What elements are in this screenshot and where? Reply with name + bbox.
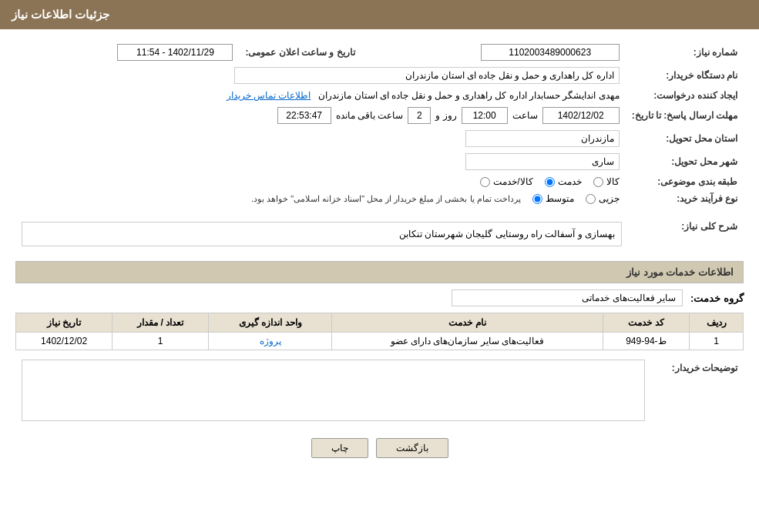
notes-value xyxy=(15,356,651,427)
purchase-motavaset-radio[interactable] xyxy=(532,194,542,204)
purchase-motavaset-label: متوسط xyxy=(546,193,574,204)
deadline-remaining-label: ساعت باقی مانده xyxy=(336,110,404,121)
description-box: بهسازی و آسفالت راه روستایی گلیجان شهرست… xyxy=(22,222,622,246)
category-kala-khedmat-radio[interactable] xyxy=(480,177,490,187)
category-khedmat-label: خدمت xyxy=(558,176,582,187)
services-section-header: اطلاعات خدمات مورد نیاز xyxy=(15,261,744,283)
row-city: شهر محل تحویل: ساری xyxy=(15,150,744,173)
city-value: ساری xyxy=(15,150,626,173)
requester-text: مهدی اندایشگر حسابدار اداره کل راهداری و… xyxy=(318,90,619,101)
services-table-header-row: ردیف کد خدمت نام خدمت واحد اندازه گیری ت… xyxy=(16,313,744,333)
province-box: مازندران xyxy=(465,130,620,147)
notes-label: توضیحات خریدار: xyxy=(651,356,744,427)
contact-link[interactable]: اطلاعات تماس خریدار xyxy=(227,90,311,101)
deadline-days-label: روز و xyxy=(435,110,456,121)
cell-unit: پروژه xyxy=(209,333,332,350)
deadline-time-label: ساعت xyxy=(512,110,538,121)
deadline-date-box: 1402/12/02 xyxy=(542,107,620,124)
page-wrapper: جزئیات اطلاعات نیاز شماره نیاز: 11020034… xyxy=(0,0,759,532)
cell-name: فعالیت‌های سایر سازمان‌های دارای عضو xyxy=(332,333,603,350)
requester-value: مهدی اندایشگر حسابدار اداره کل راهداری و… xyxy=(15,87,626,104)
org-name-box: اداره کل راهداری و حمل و نقل جاده ای است… xyxy=(234,67,620,84)
category-radios: کالا خدمت کالا/خدمت xyxy=(15,173,626,190)
deadline-remaining-box: 22:53:47 xyxy=(277,107,331,124)
date-box: 1402/11/29 - 11:54 xyxy=(117,44,233,61)
cell-row: 1 xyxy=(690,333,744,350)
col-code: کد خدمت xyxy=(603,313,690,333)
deadline-time-box: 12:00 xyxy=(462,107,508,124)
service-group-label: گروه خدمت: xyxy=(690,293,744,304)
category-radio-group: کالا خدمت کالا/خدمت xyxy=(480,176,619,187)
col-name: نام خدمت xyxy=(332,313,603,333)
row-purchase-type: نوع فرآیند خرید: جزیی متوسط پرداخت تمام … xyxy=(15,190,744,207)
description-text: بهسازی و آسفالت راه روستایی گلیجان شهرست… xyxy=(399,229,615,239)
cell-date: 1402/12/02 xyxy=(16,333,113,350)
button-row: بازگشت چاپ xyxy=(15,438,744,458)
date-value: 1402/11/29 - 11:54 xyxy=(15,41,239,64)
services-table-body: 1 ط-94-949 فعالیت‌های سایر سازمان‌های دا… xyxy=(16,333,744,350)
row-deadline: مهلت ارسال پاسخ: تا تاریخ: 1402/12/02 سا… xyxy=(15,104,744,127)
category-option-khedmat[interactable]: خدمت xyxy=(545,176,582,187)
need-number-label: شماره نیاز: xyxy=(626,41,744,64)
notes-table: توضیحات خریدار: xyxy=(15,356,744,427)
col-date: تاریخ نیاز xyxy=(16,313,113,333)
row-notes: توضیحات خریدار: xyxy=(15,356,744,427)
page-title: جزئیات اطلاعات نیاز xyxy=(12,8,109,21)
category-label: طبقه بندی موضوعی: xyxy=(626,173,744,190)
row-requester: ایجاد کننده درخواست: مهدی اندایشگر حسابد… xyxy=(15,87,744,104)
purchase-jozi-label: جزیی xyxy=(599,193,620,204)
main-info-table: شماره نیاز: 1102003489000623 تاریخ و ساع… xyxy=(15,41,744,207)
deadline-days-box: 2 xyxy=(408,107,431,124)
print-button[interactable]: چاپ xyxy=(311,438,368,458)
content-area: شماره نیاز: 1102003489000623 تاریخ و ساع… xyxy=(0,29,759,481)
category-option-kala-khedmat[interactable]: کالا/خدمت xyxy=(480,176,532,187)
category-kala-radio[interactable] xyxy=(593,177,603,187)
need-number-value: 1102003489000623 xyxy=(361,41,626,64)
purchase-jozi[interactable]: جزیی xyxy=(586,193,620,204)
category-kala-khedmat-label: کالا/خدمت xyxy=(493,176,532,187)
purchase-note: پرداخت تمام یا بخشی از مبلغ خریدار از مح… xyxy=(251,194,521,204)
purchase-type-label: نوع فرآیند خرید: xyxy=(626,190,744,207)
cell-quantity: 1 xyxy=(113,333,209,350)
category-option-kala[interactable]: کالا xyxy=(593,176,620,187)
purchase-motavaset[interactable]: متوسط xyxy=(532,193,574,204)
category-khedmat-radio[interactable] xyxy=(545,177,555,187)
deadline-row: 1402/12/02 ساعت 12:00 روز و 2 ساعت باقی … xyxy=(22,107,620,124)
deadline-value: 1402/12/02 ساعت 12:00 روز و 2 ساعت باقی … xyxy=(15,104,626,127)
services-table: ردیف کد خدمت نام خدمت واحد اندازه گیری ت… xyxy=(15,313,744,350)
back-button[interactable]: بازگشت xyxy=(376,438,448,458)
category-kala-label: کالا xyxy=(606,176,620,187)
page-header: جزئیات اطلاعات نیاز xyxy=(0,0,759,29)
row-org-name: نام دستگاه خریدار: اداره کل راهداری و حم… xyxy=(15,64,744,87)
province-value: مازندران xyxy=(15,127,626,150)
need-number-box: 1102003489000623 xyxy=(481,44,620,61)
row-category: طبقه بندی موضوعی: کالا خدمت کالا/خدمت xyxy=(15,173,744,190)
deadline-label: مهلت ارسال پاسخ: تا تاریخ: xyxy=(626,104,744,127)
org-name-value: اداره کل راهداری و حمل و نقل جاده ای است… xyxy=(15,64,626,87)
col-unit: واحد اندازه گیری xyxy=(209,313,332,333)
purchase-row: جزیی متوسط پرداخت تمام یا بخشی از مبلغ خ… xyxy=(22,193,620,204)
description-value: بهسازی و آسفالت راه روستایی گلیجان شهرست… xyxy=(15,215,628,253)
row-need-number: شماره نیاز: 1102003489000623 تاریخ و ساع… xyxy=(15,41,744,64)
province-label: استان محل تحویل: xyxy=(626,127,744,150)
service-group-row: گروه خدمت: سایر فعالیت‌های خدماتی xyxy=(15,289,744,306)
services-table-head: ردیف کد خدمت نام خدمت واحد اندازه گیری ت… xyxy=(16,313,744,333)
purchase-type-value: جزیی متوسط پرداخت تمام یا بخشی از مبلغ خ… xyxy=(15,190,626,207)
cell-code: ط-94-949 xyxy=(603,333,690,350)
requester-label: ایجاد کننده درخواست: xyxy=(626,87,744,104)
description-table: شرح کلی نیاز: بهسازی و آسفالت راه روستای… xyxy=(15,215,744,253)
notes-textarea[interactable] xyxy=(22,360,645,421)
purchase-jozi-radio[interactable] xyxy=(586,194,596,204)
city-label: شهر محل تحویل: xyxy=(626,150,744,173)
org-name-label: نام دستگاه خریدار: xyxy=(626,64,744,87)
service-group-box: سایر فعالیت‌های خدماتی xyxy=(452,289,683,306)
col-row: ردیف xyxy=(690,313,744,333)
table-row: 1 ط-94-949 فعالیت‌های سایر سازمان‌های دا… xyxy=(16,333,744,350)
row-description: شرح کلی نیاز: بهسازی و آسفالت راه روستای… xyxy=(15,215,744,253)
row-province: استان محل تحویل: مازندران xyxy=(15,127,744,150)
col-quantity: تعداد / مقدار xyxy=(113,313,209,333)
city-box: ساری xyxy=(465,153,620,170)
date-label: تاریخ و ساعت اعلان عمومی: xyxy=(239,41,361,64)
description-label: شرح کلی نیاز: xyxy=(628,215,744,253)
